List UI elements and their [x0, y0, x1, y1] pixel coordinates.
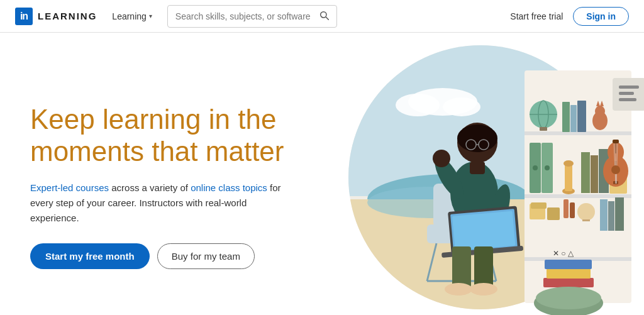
learning-dropdown[interactable]: Learning ▾ [107, 9, 157, 24]
svg-rect-33 [581, 152, 590, 193]
online-class-topics-link[interactable]: online class topics [191, 182, 267, 193]
start-free-month-button[interactable]: Start my free month [30, 243, 150, 269]
dropdown-label: Learning [112, 11, 147, 21]
hero-title: Keep learning in the moments that matter [30, 104, 319, 167]
svg-rect-45 [600, 199, 608, 231]
svg-rect-79 [474, 246, 493, 287]
svg-text:✕ ○ △: ✕ ○ △ [553, 249, 574, 258]
svg-point-28 [533, 165, 538, 170]
svg-rect-42 [570, 202, 575, 218]
svg-rect-20 [570, 105, 577, 132]
svg-rect-90 [619, 92, 634, 95]
search-input[interactable] [175, 11, 319, 21]
svg-rect-34 [591, 155, 598, 193]
svg-rect-44 [582, 219, 590, 221]
svg-rect-76 [452, 211, 515, 251]
hero-illustration: ✕ ○ △ [292, 33, 644, 315]
expert-courses-link[interactable]: Expert-led courses [30, 182, 109, 193]
svg-rect-19 [562, 102, 570, 132]
app-name: LEARNING [38, 11, 97, 21]
svg-point-43 [577, 203, 595, 221]
svg-rect-89 [619, 86, 639, 89]
svg-rect-40 [547, 207, 560, 220]
svg-point-81 [470, 283, 497, 296]
svg-rect-41 [564, 199, 569, 218]
svg-rect-39 [531, 202, 547, 209]
svg-rect-91 [619, 98, 636, 101]
svg-line-1 [326, 17, 328, 19]
navbar: in LEARNING Learning ▾ Start free trial … [0, 0, 644, 33]
svg-rect-70 [470, 162, 485, 174]
svg-rect-84 [545, 260, 592, 269]
svg-rect-53 [613, 140, 619, 143]
logo-area: in LEARNING [15, 8, 97, 25]
svg-rect-31 [565, 165, 572, 191]
svg-point-58 [611, 165, 620, 174]
svg-point-29 [545, 165, 550, 170]
svg-point-23 [595, 106, 605, 117]
svg-rect-82 [543, 278, 594, 287]
svg-point-7 [443, 97, 480, 116]
svg-rect-18 [540, 127, 547, 131]
buy-for-team-button[interactable]: Buy for my team [157, 243, 255, 269]
svg-point-87 [536, 287, 601, 309]
svg-rect-46 [608, 201, 614, 231]
hero-buttons: Start my free month Buy for my team [30, 243, 319, 269]
svg-point-72 [433, 150, 450, 167]
hero-subtitle: Expert-led courses across a variety of o… [30, 180, 294, 226]
svg-rect-21 [577, 101, 586, 132]
hero-content: Keep learning in the moments that matter… [30, 104, 319, 268]
start-trial-link[interactable]: Start free trial [510, 11, 563, 21]
svg-point-6 [396, 94, 440, 116]
sign-in-button[interactable]: Sign in [573, 7, 629, 26]
svg-point-0 [320, 11, 326, 17]
chevron-down-icon: ▾ [149, 13, 152, 19]
search-bar [167, 5, 337, 28]
svg-rect-78 [452, 246, 471, 287]
svg-point-66 [457, 124, 497, 152]
svg-point-80 [445, 283, 472, 296]
svg-point-32 [564, 160, 574, 167]
linkedin-logo: in [15, 8, 33, 25]
svg-rect-47 [615, 197, 624, 231]
search-icon[interactable] [319, 10, 329, 23]
hero-section: Keep learning in the moments that matter… [0, 33, 644, 315]
svg-rect-83 [547, 268, 591, 279]
